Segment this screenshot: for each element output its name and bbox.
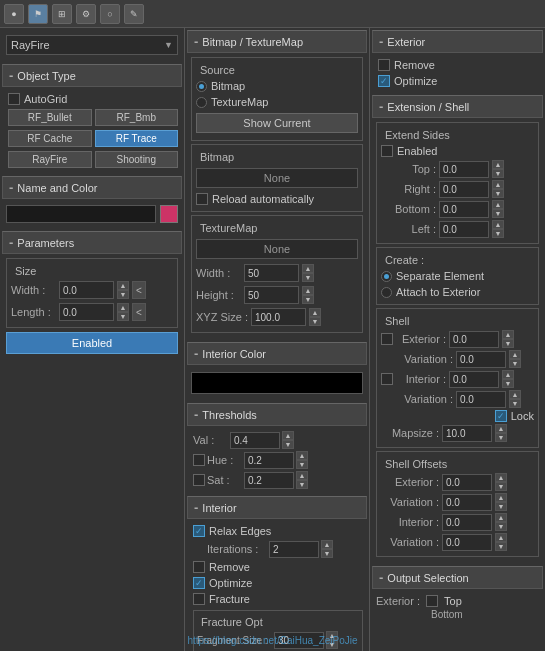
exterior-section-header[interactable]: - Exterior — [372, 30, 543, 53]
remove-checkbox[interactable] — [193, 561, 205, 573]
bottom-down[interactable]: ▼ — [492, 209, 504, 218]
shell-ext-up[interactable]: ▲ — [502, 330, 514, 339]
xyz-input[interactable] — [251, 308, 306, 326]
object-type-section-header[interactable]: - Object Type — [2, 64, 182, 87]
ext-remove-checkbox[interactable] — [378, 59, 390, 71]
extension-shell-section-header[interactable]: - Extension / Shell — [372, 95, 543, 118]
hue-up[interactable]: ▲ — [296, 451, 308, 460]
name-color-section-header[interactable]: - Name and Color — [2, 176, 182, 199]
val-up[interactable]: ▲ — [282, 431, 294, 440]
so-var-down[interactable]: ▼ — [495, 502, 507, 511]
tm-width-input[interactable] — [244, 264, 299, 282]
left-down[interactable]: ▼ — [492, 229, 504, 238]
tm-height-up[interactable]: ▲ — [302, 286, 314, 295]
xyz-down[interactable]: ▼ — [309, 317, 321, 326]
so-int-down[interactable]: ▼ — [495, 522, 507, 531]
length-less-btn[interactable]: < — [132, 303, 146, 321]
toolbar-icon-3[interactable]: ⊞ — [52, 4, 72, 24]
shell-ext-down[interactable]: ▼ — [502, 339, 514, 348]
length-input[interactable] — [59, 303, 114, 321]
val-down[interactable]: ▼ — [282, 440, 294, 449]
shooting-button[interactable]: Shooting — [95, 151, 179, 168]
rf-bmb-button[interactable]: RF_Bmb — [95, 109, 179, 126]
mapsize-input[interactable] — [442, 425, 492, 442]
tm-width-down[interactable]: ▼ — [302, 273, 314, 282]
fragment-input[interactable] — [274, 632, 324, 649]
shell-exterior-checkbox[interactable] — [381, 333, 393, 345]
bottom-up[interactable]: ▲ — [492, 200, 504, 209]
texturemap-radio[interactable] — [196, 97, 207, 108]
so-var-up[interactable]: ▲ — [495, 493, 507, 502]
right-down[interactable]: ▼ — [492, 189, 504, 198]
es-enabled-checkbox[interactable] — [381, 145, 393, 157]
shell-variation2-input[interactable] — [456, 391, 506, 408]
top-up[interactable]: ▲ — [492, 160, 504, 169]
shell-var2-up[interactable]: ▲ — [509, 390, 521, 399]
hue-down[interactable]: ▼ — [296, 460, 308, 469]
frag-up[interactable]: ▲ — [326, 631, 338, 640]
parameters-section-header[interactable]: - Parameters — [2, 231, 182, 254]
iter-up[interactable]: ▲ — [321, 540, 333, 549]
ext-optimize-checkbox[interactable] — [378, 75, 390, 87]
top-down[interactable]: ▼ — [492, 169, 504, 178]
reload-checkbox[interactable] — [196, 193, 208, 205]
interior-section-header[interactable]: - Interior — [187, 496, 367, 519]
rf-bullet-button[interactable]: RF_Bullet — [8, 109, 92, 126]
color-swatch[interactable] — [160, 205, 178, 223]
so-ext-down[interactable]: ▼ — [495, 482, 507, 491]
so-var2-down[interactable]: ▼ — [495, 542, 507, 551]
toolbar-icon-6[interactable]: ✎ — [124, 4, 144, 24]
left-up[interactable]: ▲ — [492, 220, 504, 229]
interior-color-box[interactable] — [191, 372, 363, 394]
tm-height-input[interactable] — [244, 286, 299, 304]
fracture-checkbox[interactable] — [193, 593, 205, 605]
sat-down[interactable]: ▼ — [296, 480, 308, 489]
bitmap-radio[interactable] — [196, 81, 207, 92]
shell-interior-input[interactable] — [449, 371, 499, 388]
rayfire-dropdown[interactable]: RayFire ▼ — [6, 35, 178, 55]
shell-var2-down[interactable]: ▼ — [509, 399, 521, 408]
left-input[interactable] — [439, 221, 489, 238]
enabled-button[interactable]: Enabled — [6, 332, 178, 354]
relax-checkbox[interactable] — [193, 525, 205, 537]
shell-int-up[interactable]: ▲ — [502, 370, 514, 379]
width-input[interactable] — [59, 281, 114, 299]
interior-color-section-header[interactable]: - Interior Color — [187, 342, 367, 365]
bottom-input[interactable] — [439, 201, 489, 218]
right-input[interactable] — [439, 181, 489, 198]
so-int-up[interactable]: ▲ — [495, 513, 507, 522]
iterations-input[interactable] — [269, 541, 319, 558]
shell-var-down[interactable]: ▼ — [509, 359, 521, 368]
so-variation-input[interactable] — [442, 494, 492, 511]
bitmap-section-header[interactable]: - Bitmap / TextureMap — [187, 30, 367, 53]
hue-checkbox[interactable] — [193, 454, 205, 466]
shell-var-up[interactable]: ▲ — [509, 350, 521, 359]
mapsize-down[interactable]: ▼ — [495, 433, 507, 442]
width-spin-up[interactable]: ▲ — [117, 281, 129, 290]
sat-checkbox[interactable] — [193, 474, 205, 486]
shell-variation-input[interactable] — [456, 351, 506, 368]
thresholds-section-header[interactable]: - Thresholds — [187, 403, 367, 426]
mapsize-up[interactable]: ▲ — [495, 424, 507, 433]
rf-cache-button[interactable]: RF Cache — [8, 130, 92, 147]
so-ext-up[interactable]: ▲ — [495, 473, 507, 482]
hue-input[interactable] — [244, 452, 294, 469]
xyz-up[interactable]: ▲ — [309, 308, 321, 317]
sat-input[interactable] — [244, 472, 294, 489]
top-input[interactable] — [439, 161, 489, 178]
rayfire-button[interactable]: RayFire — [8, 151, 92, 168]
frag-down[interactable]: ▼ — [326, 640, 338, 649]
so-exterior-input[interactable] — [442, 474, 492, 491]
length-spin-up[interactable]: ▲ — [117, 303, 129, 312]
shell-exterior-input[interactable] — [449, 331, 499, 348]
show-current-button[interactable]: Show Current — [196, 113, 358, 133]
so-var2-up[interactable]: ▲ — [495, 533, 507, 542]
so-interior-input[interactable] — [442, 514, 492, 531]
attach-exterior-radio[interactable] — [381, 287, 392, 298]
so-variation2-input[interactable] — [442, 534, 492, 551]
sat-up[interactable]: ▲ — [296, 471, 308, 480]
lock-checkbox[interactable] — [495, 410, 507, 422]
name-input[interactable] — [6, 205, 156, 223]
autogrid-checkbox[interactable] — [8, 93, 20, 105]
width-spin-down[interactable]: ▼ — [117, 290, 129, 299]
